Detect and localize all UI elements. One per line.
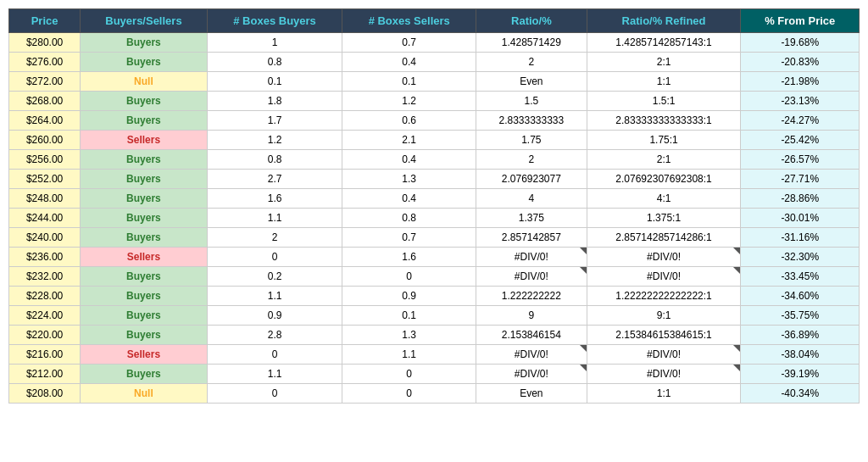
ratio-cell: #DIV/0!	[476, 267, 587, 287]
box-buyers-cell: 1.6	[207, 189, 342, 209]
ratio-cell: 1.5	[476, 92, 587, 111]
col-header-ratio--: Ratio/%	[476, 9, 587, 33]
table-row: $224.00Buyers0.90.199:1-35.75%	[9, 306, 860, 326]
price-cell: $256.00	[9, 150, 81, 170]
ratio-cell: 2	[476, 150, 587, 170]
bs-cell: Buyers	[81, 228, 208, 248]
ratio-cell: 2.8333333333	[476, 111, 587, 131]
box-buyers-cell: 1.1	[207, 209, 342, 228]
ratio-cell: 9	[476, 306, 587, 326]
table-row: $232.00Buyers0.20#DIV/0!#DIV/0!-33.45%	[9, 267, 860, 287]
table-row: $240.00Buyers20.72.8571428572.8571428571…	[9, 228, 860, 248]
box-sellers-cell: 0.4	[342, 53, 476, 72]
ratio-refined-cell: #DIV/0!	[587, 267, 741, 287]
box-buyers-cell: 0	[207, 248, 342, 267]
box-sellers-cell: 1.3	[342, 170, 476, 189]
bs-cell: Buyers	[81, 209, 208, 228]
bs-cell: Buyers	[81, 111, 208, 131]
price-cell: $244.00	[9, 209, 81, 228]
col-header---from-price: % From Price	[741, 9, 860, 33]
price-cell: $248.00	[9, 189, 81, 209]
ratio-cell: 4	[476, 189, 587, 209]
box-sellers-cell: 2.1	[342, 131, 476, 150]
pct-from-price-cell: -36.89%	[741, 326, 860, 345]
col-header-ratio---refined: Ratio/% Refined	[587, 9, 741, 33]
pct-from-price-cell: -35.75%	[741, 306, 860, 326]
table-row: $264.00Buyers1.70.62.83333333332.8333333…	[9, 111, 860, 131]
pct-from-price-cell: -21.98%	[741, 72, 860, 92]
ratio-refined-cell: 2.15384615384615:1	[587, 326, 741, 345]
box-buyers-cell: 1.2	[207, 131, 342, 150]
pct-from-price-cell: -31.16%	[741, 228, 860, 248]
table-row: $220.00Buyers2.81.32.1538461542.15384615…	[9, 326, 860, 345]
ratio-cell: Even	[476, 72, 587, 92]
ratio-refined-cell: 2:1	[587, 53, 741, 72]
col-header---boxes-sellers: # Boxes Sellers	[342, 9, 476, 33]
box-buyers-cell: 0.8	[207, 150, 342, 170]
price-cell: $276.00	[9, 53, 81, 72]
ratio-cell: #DIV/0!	[476, 345, 587, 365]
box-buyers-cell: 0.1	[207, 72, 342, 92]
box-buyers-cell: 1.1	[207, 287, 342, 306]
box-buyers-cell: 0.8	[207, 53, 342, 72]
ratio-cell: 2.153846154	[476, 326, 587, 345]
box-sellers-cell: 1.3	[342, 326, 476, 345]
table-row: $244.00Buyers1.10.81.3751.375:1-30.01%	[9, 209, 860, 228]
bs-cell: Buyers	[81, 170, 208, 189]
ratio-refined-cell: 2.85714285714286:1	[587, 228, 741, 248]
box-buyers-cell: 1.8	[207, 92, 342, 111]
price-cell: $264.00	[9, 111, 81, 131]
table-row: $268.00Buyers1.81.21.51.5:1-23.13%	[9, 92, 860, 111]
pct-from-price-cell: -32.30%	[741, 248, 860, 267]
price-cell: $268.00	[9, 92, 81, 111]
table-row: $252.00Buyers2.71.32.0769230772.07692307…	[9, 170, 860, 189]
pct-from-price-cell: -28.86%	[741, 189, 860, 209]
col-header-buyers-sellers: Buyers/Sellers	[81, 9, 208, 33]
pct-from-price-cell: -38.04%	[741, 345, 860, 365]
ratio-refined-cell: 1:1	[587, 72, 741, 92]
ratio-refined-cell: #DIV/0!	[587, 248, 741, 267]
bs-cell: Buyers	[81, 326, 208, 345]
ratio-cell: 1.375	[476, 209, 587, 228]
bs-cell: Buyers	[81, 92, 208, 111]
bs-cell: Sellers	[81, 131, 208, 150]
box-buyers-cell: 0.2	[207, 267, 342, 287]
box-sellers-cell: 0.8	[342, 209, 476, 228]
bs-cell: Buyers	[81, 189, 208, 209]
table-row: $248.00Buyers1.60.444:1-28.86%	[9, 189, 860, 209]
table-row: $228.00Buyers1.10.91.2222222221.22222222…	[9, 287, 860, 306]
table-row: $212.00Buyers1.10#DIV/0!#DIV/0!-39.19%	[9, 365, 860, 384]
bs-cell: Sellers	[81, 248, 208, 267]
table-row: $208.00Null00Even1:1-40.34%	[9, 384, 860, 404]
ratio-cell: 2	[476, 53, 587, 72]
ratio-refined-cell: 4:1	[587, 189, 741, 209]
bs-cell: Null	[81, 72, 208, 92]
ratio-cell: #DIV/0!	[476, 365, 587, 384]
price-cell: $216.00	[9, 345, 81, 365]
bs-cell: Buyers	[81, 287, 208, 306]
ratio-refined-cell: #DIV/0!	[587, 345, 741, 365]
box-buyers-cell: 1.1	[207, 365, 342, 384]
col-header-price: Price	[9, 9, 81, 33]
table-row: $280.00Buyers10.71.4285714291.4285714285…	[9, 33, 860, 53]
pct-from-price-cell: -25.42%	[741, 131, 860, 150]
box-sellers-cell: 0	[342, 365, 476, 384]
table-row: $216.00Sellers01.1#DIV/0!#DIV/0!-38.04%	[9, 345, 860, 365]
box-sellers-cell: 1.1	[342, 345, 476, 365]
box-buyers-cell: 1	[207, 33, 342, 53]
price-cell: $208.00	[9, 384, 81, 404]
ratio-refined-cell: #DIV/0!	[587, 365, 741, 384]
price-cell: $232.00	[9, 267, 81, 287]
ratio-refined-cell: 1.22222222222222:1	[587, 287, 741, 306]
bs-cell: Buyers	[81, 33, 208, 53]
box-sellers-cell: 0.4	[342, 189, 476, 209]
box-sellers-cell: 0.7	[342, 228, 476, 248]
box-buyers-cell: 2.8	[207, 326, 342, 345]
bs-cell: Buyers	[81, 365, 208, 384]
ratio-refined-cell: 2:1	[587, 150, 741, 170]
pct-from-price-cell: -24.27%	[741, 111, 860, 131]
bs-cell: Null	[81, 384, 208, 404]
ratio-cell: 2.857142857	[476, 228, 587, 248]
box-buyers-cell: 0	[207, 345, 342, 365]
box-buyers-cell: 0.9	[207, 306, 342, 326]
